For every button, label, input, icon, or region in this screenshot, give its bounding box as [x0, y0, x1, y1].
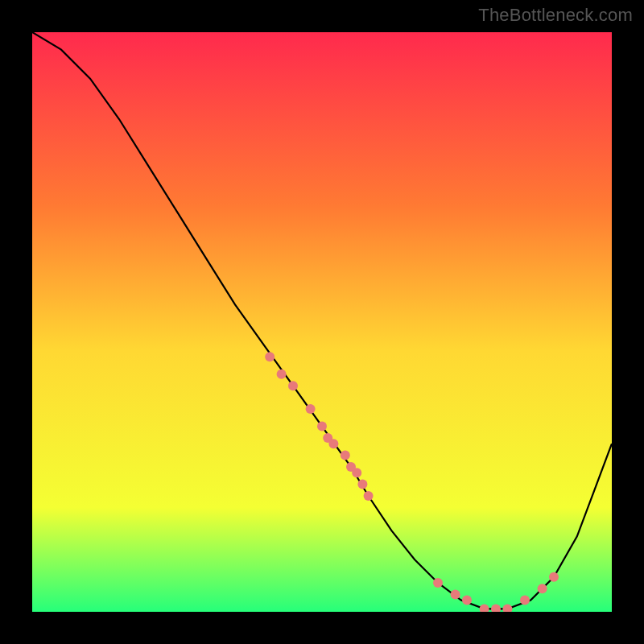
- chart-frame: TheBottleneck.com: [0, 0, 644, 644]
- highlight-dot: [317, 422, 327, 431]
- highlight-dot: [433, 578, 443, 588]
- highlight-dot: [549, 572, 559, 582]
- curve-layer: [32, 32, 612, 612]
- highlight-dot: [265, 352, 275, 361]
- highlight-dot: [462, 596, 472, 605]
- highlight-dot: [288, 381, 298, 390]
- highlight-dots: [265, 352, 559, 612]
- curve-line: [32, 32, 612, 609]
- highlight-dot: [480, 604, 489, 612]
- highlight-dot: [364, 491, 374, 501]
- plot-area: [32, 32, 612, 612]
- highlight-dot: [538, 584, 547, 593]
- highlight-dot: [341, 451, 350, 460]
- highlight-dot: [306, 404, 316, 414]
- highlight-dot: [451, 589, 460, 599]
- watermark-text: TheBottleneck.com: [478, 5, 633, 26]
- highlight-dot: [357, 480, 367, 489]
- highlight-dot: [352, 468, 361, 477]
- highlight-dot: [277, 369, 287, 379]
- highlight-dot: [328, 439, 338, 448]
- highlight-dot: [520, 596, 530, 605]
- highlight-dot: [491, 604, 501, 612]
- highlight-dot: [502, 604, 512, 612]
